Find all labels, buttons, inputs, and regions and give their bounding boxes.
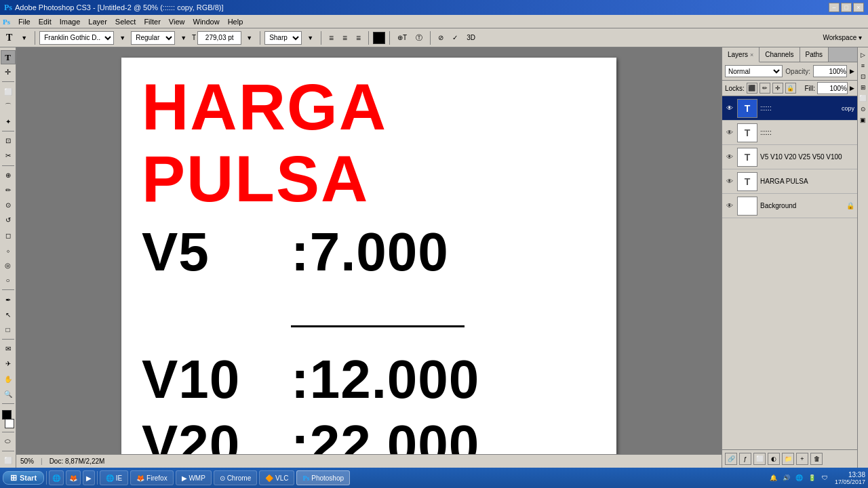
crop-tool[interactable]: ⊡ [1, 134, 16, 148]
menu-filter[interactable]: Filter [140, 17, 164, 26]
path-selection-tool[interactable]: ↖ [1, 308, 16, 322]
fill-arrow[interactable]: ▶ [850, 85, 854, 92]
delete-layer-button[interactable]: 🗑 [810, 453, 823, 465]
panel-icon-4[interactable]: ⬜ [859, 94, 868, 103]
clone-stamp-tool[interactable]: ⊙ [1, 198, 16, 212]
panel-icon-1[interactable]: ≡ [859, 61, 868, 70]
layer-item-dots[interactable]: 👁 T :::::: [722, 121, 857, 145]
blur-tool[interactable]: ◎ [1, 258, 16, 272]
anti-alias-arrow[interactable]: ▼ [304, 33, 317, 43]
panel-icon-6[interactable]: ▣ [859, 115, 868, 125]
menu-help[interactable]: Help [224, 17, 248, 26]
close-button[interactable]: × [853, 3, 864, 12]
layer-eye-prices[interactable]: 👁 [725, 152, 734, 162]
text-tool-button[interactable]: T [1, 50, 16, 64]
layer-item-prices[interactable]: 👁 T V5 V10 V20 V25 V50 V100 [722, 145, 857, 169]
lock-image-icon[interactable]: ✏ [760, 83, 770, 94]
canvas-area[interactable]: HARGA PULSA V5 :7.000 V10 :12.000 [16, 47, 722, 454]
eraser-tool[interactable]: ◻ [1, 228, 16, 242]
taskbar-firefox-button[interactable]: 🦊 Firefox [130, 470, 173, 485]
workspace-button[interactable]: Workspace ▾ [819, 32, 865, 43]
fill-input[interactable] [817, 82, 848, 94]
close-layers-tab-icon[interactable]: × [750, 52, 753, 58]
opacity-arrow[interactable]: ▶ [850, 68, 854, 75]
anti-alias-select[interactable]: Sharp [264, 31, 302, 45]
cancel-button[interactable]: ⊘ [435, 32, 447, 43]
firefox-quick-launch[interactable]: 🦊 [66, 470, 81, 485]
menu-edit[interactable]: Edit [35, 17, 56, 26]
layer-eye-copy[interactable]: 👁 [725, 104, 734, 113]
notes-tool[interactable]: ✉ [1, 342, 16, 356]
align-center-button[interactable]: ≡ [339, 31, 351, 45]
eyedropper-tool[interactable]: ✈ [1, 357, 16, 371]
menu-window[interactable]: Window [189, 17, 224, 26]
shape-tool[interactable]: □ [1, 323, 16, 337]
layer-styles-button[interactable]: ƒ [739, 453, 751, 465]
layer-item-background[interactable]: 👁 Background 🔒 [722, 194, 857, 218]
character-panel-button[interactable]: Ⓣ [412, 31, 426, 45]
lock-all-icon[interactable]: 🔒 [785, 83, 796, 94]
align-right-button[interactable]: ≡ [353, 31, 364, 45]
new-group-button[interactable]: 📁 [782, 453, 794, 465]
foreground-color-swatch[interactable] [2, 410, 12, 420]
opacity-input[interactable] [813, 65, 847, 77]
align-left-button[interactable]: ≡ [326, 31, 337, 45]
taskbar-ie-button[interactable]: 🌐 IE [100, 470, 128, 485]
quick-mask-button[interactable]: ⬭ [1, 434, 16, 449]
font-style-arrow[interactable]: ▼ [177, 33, 190, 43]
start-button[interactable]: ⊞ Start [3, 471, 44, 485]
ie-quick-launch[interactable]: 🌐 [49, 470, 64, 485]
lock-position-icon[interactable]: ✛ [772, 83, 783, 94]
history-brush-tool[interactable]: ↺ [1, 213, 16, 227]
taskbar-photoshop-button[interactable]: Ps Photoshop [296, 470, 350, 485]
font-size-arrow[interactable]: ▼ [243, 33, 256, 43]
menu-layer[interactable]: Layer [84, 17, 111, 26]
text-color-swatch[interactable] [373, 32, 385, 44]
layer-item-harga[interactable]: 👁 T HARGA PULSA [722, 169, 857, 194]
panel-icon-3[interactable]: ⊞ [859, 83, 868, 92]
new-layer-button[interactable]: + [796, 453, 808, 465]
magic-wand-tool[interactable]: ✦ [1, 115, 16, 129]
link-layers-button[interactable]: 🔗 [725, 453, 737, 465]
commit-button[interactable]: ✓ [449, 32, 461, 43]
font-family-arrow[interactable]: ▼ [116, 33, 129, 43]
panel-icon-2[interactable]: ⊡ [859, 72, 868, 81]
blend-mode-select[interactable]: Normal [725, 65, 783, 77]
layer-item-copy[interactable]: 👁 T :::::: copy [722, 96, 857, 121]
lasso-tool[interactable]: ⌒ [1, 100, 16, 114]
marquee-tool[interactable]: ⬜ [1, 84, 16, 98]
slice-tool[interactable]: ✂ [1, 148, 16, 163]
menu-select[interactable]: Select [111, 17, 140, 26]
tool-preset-picker[interactable]: ▼ [18, 33, 31, 43]
panel-icon-5[interactable]: ⊙ [859, 104, 868, 114]
layer-eye-background[interactable]: 👁 [725, 201, 734, 211]
pen-tool[interactable]: ✒ [1, 292, 16, 306]
hand-tool[interactable]: ✋ [1, 372, 16, 386]
screen-mode-button[interactable]: ⬜ [1, 453, 16, 468]
taskbar-vlc-button[interactable]: 🔶 VLC [259, 470, 294, 485]
font-family-select[interactable]: Franklin Gothic D... [39, 31, 114, 45]
taskbar-chrome-button[interactable]: ⊙ Chrome [214, 470, 257, 485]
adjustment-layer-button[interactable]: ◐ [768, 453, 780, 465]
expand-panels-button[interactable]: ▷ [859, 50, 868, 60]
taskbar-wmp-button[interactable]: ▶ WMP [176, 470, 212, 485]
layer-eye-harga[interactable]: 👁 [725, 177, 734, 186]
wmp-quick-launch[interactable]: ▶ [83, 470, 95, 485]
minimize-button[interactable]: – [829, 3, 840, 12]
tab-paths[interactable]: Paths [800, 47, 829, 62]
fill-tool[interactable]: ⬦ [1, 243, 16, 258]
lock-transparent-icon[interactable]: ⬛ [747, 83, 757, 94]
move-tool[interactable]: ✛ [1, 65, 16, 79]
tab-channels[interactable]: Channels [760, 47, 800, 62]
toggle-3d-button[interactable]: 3D [463, 32, 479, 43]
zoom-tool[interactable]: 🔍 [1, 387, 16, 401]
healing-brush-tool[interactable]: ⊕ [1, 168, 16, 182]
tab-layers[interactable]: Layers × [722, 47, 760, 62]
brush-tool[interactable]: ✏ [1, 183, 16, 197]
font-style-select[interactable]: Regular [131, 31, 175, 45]
menu-file[interactable]: File [14, 17, 35, 26]
layer-mask-button[interactable]: ⬜ [753, 453, 766, 465]
maximize-button[interactable]: □ [841, 3, 852, 12]
background-color-swatch[interactable] [5, 419, 14, 428]
layer-eye-dots[interactable]: 👁 [725, 128, 734, 138]
